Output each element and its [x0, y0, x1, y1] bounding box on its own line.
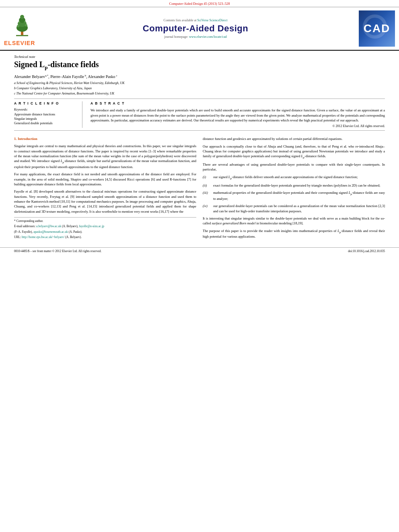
body-right-p1: distance function and geodesics are appr… [203, 136, 385, 141]
section-1-heading: 1. Introduction [14, 136, 196, 142]
author-belyaev: Alexander Belyaev [14, 74, 45, 79]
footnote-corresponding: * Corresponding author. [14, 219, 196, 224]
author-pasko: , Alexander Pasko [86, 74, 115, 79]
journal-citation-bar: Computer-Aided Design 45 (2013) 523–528 [0, 0, 399, 7]
abstract-text: We introduce and study a family of gener… [90, 108, 385, 123]
affiliations: a School of Engineering & Physical Scien… [14, 81, 385, 96]
footnotes-section: * Corresponding author. E-mail addresses… [14, 217, 196, 240]
author-fayolle: Pierre–Alain Fayolle [50, 74, 84, 79]
authors-line: Alexander Belyaeva,*, Pierre–Alain Fayol… [14, 74, 385, 79]
paper-title: Signed Lp-distance fields [14, 60, 385, 71]
cad-logo-box: CAD [359, 10, 395, 47]
body-right-p4: It is interesting that singular integral… [203, 216, 385, 226]
keywords-label: Keywords: [14, 108, 77, 111]
article-info-column: A R T I C L E I N F O Keywords: Approxim… [14, 101, 82, 128]
footnote-email-b-context: (P.-A. Fayolle), [14, 230, 33, 234]
body-left-p2: For many applications, the exact distanc… [14, 172, 196, 187]
title-L: L [39, 60, 45, 69]
homepage-link[interactable]: www.elsevier.com/locate/cad [189, 35, 227, 39]
bottom-copyright: 0010-4485/$ – see front matter © 2012 El… [14, 249, 101, 253]
body-left-p1: Singular integrals are central to many m… [14, 144, 196, 169]
list-text-ii: exact formulas for the generalized doubl… [213, 183, 380, 188]
abstract-column: A B S T R A C T We introduce and study a… [90, 101, 385, 128]
svg-point-9 [24, 21, 26, 23]
svg-point-7 [25, 24, 27, 27]
elsevier-wordmark: ELSEVIER [4, 40, 35, 46]
list-item-iv: (iv) our generalized double-layer potent… [203, 203, 385, 214]
footnote-email-c-link[interactable]: apasko@bournemouth.ac.uk [33, 230, 68, 234]
list-item-i: (i) our signed Lp-distance fields delive… [203, 175, 385, 181]
svg-point-5 [20, 15, 24, 19]
affiliation-a: a School of Engineering & Physical Scien… [14, 81, 385, 86]
divider-2 [14, 130, 385, 131]
body-right-p3: There are several advantages of using ge… [203, 162, 385, 172]
footnote-email-a-link[interactable]: a.belyaev@hw.ac.uk [36, 224, 61, 228]
footnote-email-a-name: (A. Belyaev), [62, 224, 78, 228]
sciverse-line: Contents lists available at SciVerse Sci… [40, 18, 351, 22]
footnote-email-c-name: (A. Pasko). [69, 230, 82, 234]
bottom-doi: doi:10.1016/j.cad.2012.10.035 [348, 249, 385, 253]
body-right-p2: Our approach is conceptually close to th… [203, 144, 385, 160]
homepage-label: journal homepage: [164, 35, 188, 39]
footnote-url-link[interactable]: http://home.eps.hw.ac.uk/~belyaev/ [22, 235, 64, 239]
list-marker-ii: (ii) [203, 183, 211, 188]
list-marker-iii: (iii) [203, 190, 211, 201]
keyword-1: Approximate distance functions [14, 113, 77, 116]
list-marker-iv: (iv) [203, 203, 211, 214]
footnote-emails: E-mail addresses: a.belyaev@hw.ac.uk (A.… [14, 224, 196, 229]
paper-content: Technical note Signed Lp-distance fields… [0, 51, 399, 246]
affiliation-b: b Computer Graphics Laboratory, Universi… [14, 86, 385, 91]
footnote-url-label: URL: [14, 235, 21, 239]
list-item-iii: (iii) mathematical properties of the gen… [203, 190, 385, 201]
body-right-p5: The purpose of this paper is to provide … [203, 228, 385, 239]
list-text-iv: our generalized double-layer potentials … [213, 203, 385, 214]
abstract-heading: A B S T R A C T [90, 101, 385, 105]
advantages-list: (i) our signed Lp-distance fields delive… [203, 175, 385, 214]
svg-point-6 [17, 25, 19, 27]
copyright-line: © 2012 Elsevier Ltd. All rights reserved… [90, 124, 385, 128]
elsevier-logo: ELSEVIER [4, 11, 40, 46]
svg-point-8 [19, 21, 20, 23]
footnote-emails-2: (P.-A. Fayolle), apasko@bournemouth.ac.u… [14, 230, 196, 234]
article-info-heading: A R T I C L E I N F O [14, 101, 77, 105]
body-left-p3: Fayolle et al. [8] developed smooth alte… [14, 189, 196, 214]
footnote-url-name: (A. Belyaev). [65, 235, 82, 239]
technical-note-label: Technical note [14, 55, 385, 59]
journal-header: ELSEVIER Contents lists available at Sci… [0, 7, 399, 51]
cad-logo: CAD [351, 10, 395, 47]
title-signed: Signed [14, 60, 39, 69]
keyword-2: Singular integrals [14, 117, 77, 121]
title-part2: -distance fields [47, 60, 99, 69]
footnote-email-label: E-mail addresses: [14, 224, 35, 228]
sciverse-link[interactable]: SciVerse ScienceDirect [197, 18, 228, 22]
sciverse-label: Contents lists available at [164, 18, 197, 22]
body-columns: 1. Introduction Singular integrals are c… [14, 136, 385, 242]
list-text-i: our signed Lp-distance fields deliver sm… [213, 175, 358, 181]
list-item-ii: (ii) exact formulas for the generalized … [203, 183, 385, 188]
journal-center-info: Contents lists available at SciVerse Sci… [40, 18, 351, 39]
footnote-url: URL: http://home.eps.hw.ac.uk/~belyaev/ … [14, 235, 196, 240]
cad-logo-text: CAD [364, 22, 391, 35]
journal-title: Computer-Aided Design [40, 23, 351, 34]
homepage-line: journal homepage: www.elsevier.com/locat… [40, 35, 351, 39]
journal-citation: Computer-Aided Design 45 (2013) 523–528 [169, 2, 230, 6]
affiliation-c: c The National Centre for Computer Anima… [14, 91, 385, 97]
list-text-iii: mathematical properties of the generaliz… [213, 190, 385, 201]
body-left-column: 1. Introduction Singular integrals are c… [14, 136, 196, 242]
body-right-column: distance function and geodesics are appr… [203, 136, 385, 242]
list-marker-i: (i) [203, 175, 211, 181]
keyword-3: Generalized double potentials [14, 121, 77, 125]
footnote-email-b-link[interactable]: fayolle@u-aizu.ac.jp [79, 224, 104, 228]
article-meta-row: A R T I C L E I N F O Keywords: Approxim… [14, 101, 385, 128]
elsevier-tree-icon [4, 11, 40, 39]
author-c-sup: c [115, 74, 117, 77]
bottom-info-bar: 0010-4485/$ – see front matter © 2012 El… [0, 247, 399, 255]
divider-1 [14, 99, 385, 99]
svg-rect-1 [16, 35, 28, 36]
